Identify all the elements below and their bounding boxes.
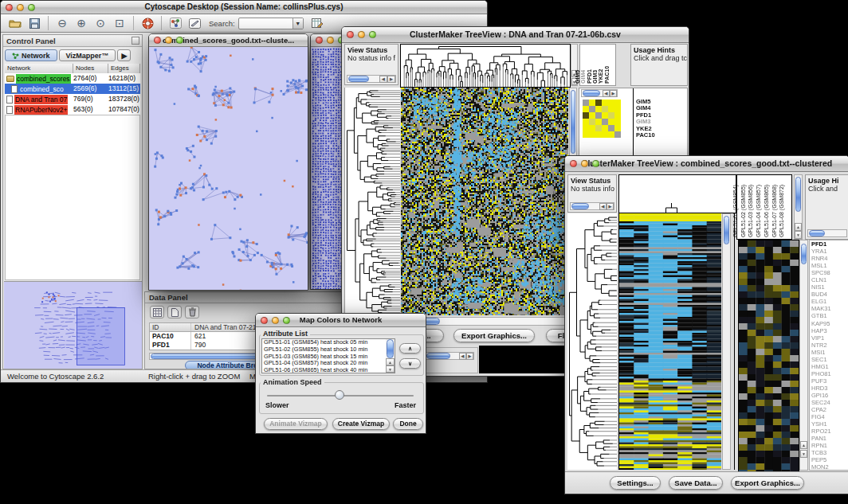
new-attribute-icon[interactable] [167,306,182,318]
export-graphics-button[interactable]: Export Graphics... [731,476,804,490]
summary-scrollbar[interactable]: ◀ ▶ [425,352,474,360]
minimize-icon[interactable] [358,31,365,38]
expression-heatmap[interactable] [401,88,568,315]
attribute-list[interactable]: GPL51-01 (GSM854) heat shock 05 minGPL51… [261,338,395,373]
usage-hints-scrollbar[interactable] [807,229,847,237]
select-attributes-icon[interactable] [150,306,164,318]
speed-slider-thumb[interactable] [335,390,344,400]
attribute-list-scrollbar[interactable]: ▲ ▼ [386,339,395,373]
scroll-right-icon[interactable]: ▶ [607,203,614,210]
gene-label[interactable]: PAC10 [636,132,655,139]
zoom-out-icon[interactable]: ⊖ [53,15,72,31]
scroll-left-icon[interactable]: ◀ [459,353,466,360]
zoom-hscrollbar[interactable]: ◀ ▶ [581,89,618,97]
treeview1-title-bar[interactable]: ClusterMaker TreeView : DNA and Tran 07-… [342,27,689,43]
gene-list-item[interactable]: RPN1 [811,442,848,449]
gene-dendrogram[interactable] [567,213,617,470]
tabs-overflow-button[interactable]: ▶ [117,49,131,61]
close-icon[interactable] [347,31,354,38]
close-icon[interactable] [570,160,577,167]
gene-list-item[interactable]: MAK31 [811,305,848,312]
gene-list-item[interactable]: NTR2 [811,342,848,349]
column-label[interactable]: PAC10 [610,45,615,85]
gene-dendrogram[interactable] [344,88,400,315]
view-status-scrollbar[interactable]: ◀ ▶ [570,202,614,210]
close-icon[interactable] [154,37,161,44]
gene-list-item[interactable]: HRD3 [811,385,848,392]
gene-list-item[interactable]: MON2 [811,463,848,471]
column-label[interactable]: GPL51-08 (GSM872) [783,175,791,239]
network-row[interactable]: DNA and Tran 07 769(0) 183728(0) [5,94,140,104]
zoom-window-icon[interactable] [592,160,599,167]
annotation-icon[interactable] [185,15,204,31]
zoom-selected-icon[interactable]: ⊙ [91,15,110,31]
gene-list-item[interactable]: PFD1 [811,240,848,248]
save-session-icon[interactable] [25,15,44,31]
tab-vizmapper[interactable]: VizMapper™ [59,49,116,61]
search-input[interactable]: ▼ [238,18,304,29]
gene-list-item[interactable]: GTB1 [811,312,848,319]
gene-list-item[interactable]: GPI16 [811,392,848,399]
network-row[interactable]: combined_sco 2569(6) 13112(15) [5,84,140,94]
gene-list-item[interactable]: PUF3 [811,377,848,385]
network-canvas[interactable] [149,47,308,290]
gene-list-item[interactable]: HMG1 [811,363,848,370]
scroll-right-icon[interactable]: ▶ [466,353,473,360]
view-status-scrollbar[interactable]: ◀ ▶ [347,75,396,83]
gene-list-item[interactable]: VIP1 [811,334,848,342]
scroll-left-icon[interactable]: ◀ [379,76,387,83]
network-row[interactable]: RNAPuberNov2+ 563(0) 107847(0) [5,104,140,115]
gene-list-item[interactable]: NIS1 [811,283,848,291]
scroll-left-icon[interactable]: ◀ [599,203,607,210]
scroll-right-icon[interactable]: ▶ [387,76,395,83]
settings-button[interactable]: Settings... [610,476,661,490]
network-tree-empty-area[interactable] [5,115,140,280]
gene-list-item[interactable]: HAP3 [811,327,848,334]
tab-network[interactable]: Network [5,49,57,61]
minimize-icon[interactable] [272,317,279,324]
zoom-fit-icon[interactable]: ⊡ [110,15,129,31]
animate-vizmap-button[interactable]: Animate Vizmap [264,418,328,430]
gene-list-item[interactable]: SEC1 [811,356,848,363]
minimize-icon[interactable] [581,160,588,167]
create-vizmap-button[interactable]: Create Vizmap [332,418,390,430]
delete-attribute-icon[interactable] [185,306,199,318]
gene-list-item[interactable]: KAP95 [811,320,848,327]
zoom-window-icon[interactable] [283,317,290,324]
close-icon[interactable] [261,317,268,324]
scroll-down-icon[interactable]: ▼ [386,365,395,373]
heatmap-vscrollbar[interactable] [722,213,731,470]
column-edges[interactable]: Edges [108,64,140,73]
array-dendrogram[interactable] [400,44,571,88]
zoom-heatmap[interactable] [738,240,799,472]
gene-list-item[interactable]: SEC24 [811,399,848,406]
column-id[interactable]: ID [150,323,191,331]
gene-list-item[interactable]: FIG4 [811,413,848,420]
gene-list-item[interactable]: TCB3 [811,449,848,456]
gene-list-item[interactable]: RPO21 [811,428,848,435]
scroll-left-icon[interactable]: ◀ [603,90,610,97]
help-lifering-icon[interactable] [138,15,157,31]
network-overview-thumbnail[interactable] [4,281,143,369]
gene-list-item[interactable]: SPC98 [811,269,848,276]
gene-list-item[interactable]: PHO81 [811,370,848,377]
move-attribute-down-button[interactable]: ∨ [399,358,421,369]
new-network-icon[interactable] [166,15,185,31]
treeview2-title-bar[interactable]: ClusterMaker TreeView : combined_scores_… [565,156,848,172]
minimize-icon[interactable] [165,37,172,44]
zoom-heatmap[interactable] [583,100,621,138]
zoom-window-icon[interactable] [176,37,183,44]
zoom-in-icon[interactable]: ⊕ [72,15,91,31]
scroll-down-icon[interactable]: ▼ [795,231,802,239]
scroll-up-icon[interactable]: ▲ [795,223,802,231]
attribute-list-item[interactable]: GPL51-06 (GSM865) heat shock 40 min [262,367,395,373]
gene-list-item[interactable]: BUD4 [811,291,848,298]
search-dropdown-icon[interactable]: ▼ [292,18,303,29]
gene-list-item[interactable]: PAN1 [811,435,848,442]
main-title-bar[interactable]: Cytoscape Desktop (Session Name: collins… [1,1,487,14]
scroll-up-icon[interactable]: ▲ [386,358,395,365]
gene-list-item[interactable]: YRA1 [811,248,848,255]
zoom-window-icon[interactable] [369,31,376,38]
network-view-title-bar[interactable]: combined_scores_good.txt--cluste... [149,34,308,47]
dialog-title-bar[interactable]: Map Colors to Network [256,314,426,327]
